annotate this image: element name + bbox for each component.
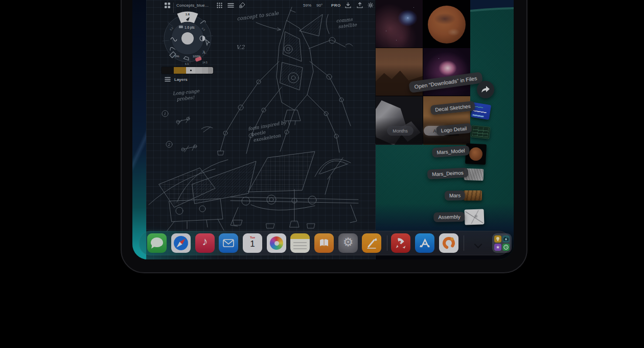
rocket-icon xyxy=(391,233,410,253)
dock-app-rocket[interactable] xyxy=(391,233,410,253)
mini-app-lightbulb xyxy=(494,235,501,243)
notes-line-icon xyxy=(293,248,307,249)
mini-app-clock xyxy=(502,244,510,251)
music-note-icon: ♪ xyxy=(195,235,215,248)
app-store-icon xyxy=(415,233,434,253)
drag-label-assembly[interactable]: Assembly xyxy=(433,212,465,222)
opacity-min-label: 0% xyxy=(175,55,179,58)
mini-app-camera xyxy=(502,235,510,243)
color-palette[interactable] xyxy=(162,67,213,74)
settings-gear-glyph: ⚙ xyxy=(338,235,358,249)
document-title[interactable]: Concepts_blue... xyxy=(176,0,209,10)
dock-app-music[interactable]: ♪ xyxy=(195,233,215,253)
dock-app-sketch-pen[interactable] xyxy=(362,233,381,253)
pen-settings-icon[interactable] xyxy=(239,0,245,10)
palette-swatch-gray3[interactable] xyxy=(208,67,213,74)
layers-label: Layers xyxy=(174,77,188,82)
concepts-app-canvas[interactable]: concept to scale comms satellite V.2 for… xyxy=(146,0,376,259)
dock-app-settings[interactable]: ⚙ xyxy=(338,233,358,253)
drag-thumb-logo-detail[interactable] xyxy=(470,125,490,139)
photo-mars-globe[interactable] xyxy=(423,0,470,48)
drag-label-mars[interactable]: Mars xyxy=(445,190,466,201)
palette-swatch-selected[interactable] xyxy=(186,67,195,74)
drag-thumb-mars[interactable] xyxy=(464,190,482,201)
photos-app: Months All xyxy=(376,0,470,144)
share-button[interactable] xyxy=(477,81,494,98)
notes-line-icon xyxy=(293,245,307,246)
wallpaper-left-strip xyxy=(132,0,146,259)
safari-compass-icon xyxy=(171,233,191,253)
photos-flower-icon xyxy=(270,236,283,250)
layers-icon xyxy=(165,77,171,82)
grid-menu-icon[interactable] xyxy=(217,0,222,10)
concepts-toolbar: Concepts_blue... 59% 90° PRO xyxy=(146,0,376,10)
dock-app-messages[interactable] xyxy=(147,233,167,253)
photo-nebula-horsehead[interactable] xyxy=(376,0,423,48)
books-open-book-icon xyxy=(314,233,334,253)
dock-divider xyxy=(464,235,464,251)
drag-thumb-assembly[interactable] xyxy=(464,209,484,225)
text-tool-icon: A xyxy=(202,50,205,55)
ipad-screen: concept to scale comms satellite V.2 for… xyxy=(132,0,514,259)
settings-gear-icon[interactable] xyxy=(367,0,374,10)
export-icon[interactable] xyxy=(357,0,363,10)
dock-app-concepts[interactable] xyxy=(439,233,458,253)
dock-chevron-down[interactable] xyxy=(475,241,482,248)
dock-divider xyxy=(387,235,387,251)
wheel-center-knob[interactable] xyxy=(181,32,194,45)
dock-app-safari[interactable] xyxy=(171,233,191,253)
dock-app-photos[interactable] xyxy=(267,233,286,253)
pen-icon xyxy=(362,233,381,253)
dock-app-books[interactable] xyxy=(314,233,334,253)
notes-line-icon xyxy=(293,242,307,243)
zoom-level[interactable]: 59% xyxy=(303,0,311,10)
palette-swatch-gold[interactable] xyxy=(174,67,186,74)
mail-envelope-icon xyxy=(219,233,238,253)
dock: ♪ Tue 1 xyxy=(139,231,510,255)
mini-app-star: ★ xyxy=(494,244,501,251)
stage: concept to scale comms satellite V.2 for… xyxy=(0,0,644,348)
share-arrow-icon xyxy=(481,85,490,94)
dock-app-mail[interactable] xyxy=(219,233,238,253)
layers-button[interactable]: Layers xyxy=(165,77,188,82)
palette-swatch-gray1[interactable] xyxy=(195,67,202,74)
import-icon[interactable] xyxy=(345,0,351,10)
gallery-icon[interactable] xyxy=(165,0,170,10)
tool-size-marker: 14.5 xyxy=(202,61,208,64)
calendar-day: 1 xyxy=(243,240,262,248)
tool-size-fill: 6.9 xyxy=(185,62,189,66)
messages-bubble-icon xyxy=(151,237,163,247)
dock-app-app-store[interactable] xyxy=(415,233,434,253)
palette-swatch-black[interactable] xyxy=(162,67,174,74)
active-tool-size: 1.6 xyxy=(186,13,190,16)
pro-badge[interactable]: PRO xyxy=(331,0,341,10)
layers-menu-icon[interactable] xyxy=(227,0,234,10)
dock-app-calendar[interactable]: Tue 1 xyxy=(243,233,262,253)
rotation-value[interactable]: 90° xyxy=(316,0,323,10)
dock-app-notes[interactable] xyxy=(290,233,310,253)
opacity-max-label: 100% xyxy=(193,55,201,58)
tab-months[interactable]: Months xyxy=(387,126,413,136)
tool-wheel[interactable]: 1.6 A 1.3 3.5 14.5 6.9 xyxy=(159,10,216,67)
concepts-c-icon xyxy=(439,233,458,253)
palette-swatch-gray2[interactable] xyxy=(202,67,208,74)
stroke-size-label: 1.6 pts xyxy=(185,26,195,30)
dock-app-library[interactable]: ★ xyxy=(492,233,512,253)
